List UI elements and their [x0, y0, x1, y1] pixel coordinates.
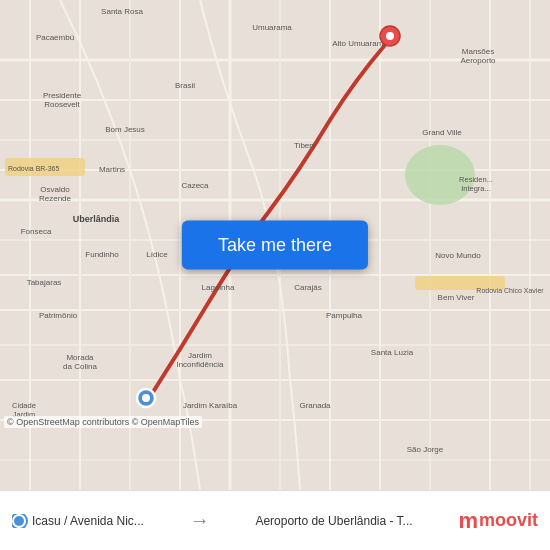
svg-text:Tabajaras: Tabajaras: [27, 278, 62, 287]
svg-text:Cidade: Cidade: [12, 401, 36, 410]
origin-text: Icasu / Avenida Nic...: [32, 514, 144, 528]
svg-text:Mansões: Mansões: [462, 47, 494, 56]
take-me-there-button[interactable]: Take me there: [182, 221, 368, 270]
svg-text:Tibery: Tibery: [294, 141, 316, 150]
svg-text:Cazeca: Cazeca: [181, 181, 209, 190]
svg-text:Pampulha: Pampulha: [326, 311, 363, 320]
svg-text:Integra...: Integra...: [461, 184, 491, 193]
destination-text: Aeroporto de Uberlândia - T...: [255, 514, 412, 528]
bottom-bar: Icasu / Avenida Nic... → Aeroporto de Ub…: [0, 490, 550, 550]
moovit-logo: m moovit: [458, 508, 538, 534]
logo-text: moovit: [479, 510, 538, 531]
destination-label: Aeroporto de Uberlândia - T...: [255, 514, 412, 528]
svg-text:Uberlândia: Uberlândia: [73, 214, 121, 224]
svg-text:Lagoinha: Lagoinha: [202, 283, 235, 292]
svg-text:Carajás: Carajás: [294, 283, 322, 292]
svg-text:Lídice: Lídice: [146, 250, 168, 259]
origin-dot-icon: [12, 514, 26, 528]
svg-text:Jardim: Jardim: [188, 351, 212, 360]
svg-text:Grand Ville: Grand Ville: [422, 128, 462, 137]
svg-point-71: [142, 394, 150, 402]
svg-text:Roosevelt: Roosevelt: [44, 100, 80, 109]
svg-point-69: [386, 32, 394, 40]
svg-text:Fonseca: Fonseca: [21, 227, 52, 236]
svg-text:Osvaldo: Osvaldo: [40, 185, 70, 194]
svg-text:Brasil: Brasil: [175, 81, 195, 90]
svg-text:Rodovia Chico Xavier: Rodovia Chico Xavier: [476, 287, 544, 294]
svg-text:Santa Luzia: Santa Luzia: [371, 348, 414, 357]
map-attribution: © OpenStreetMap contributors © OpenMapTi…: [4, 416, 202, 428]
svg-text:Granada: Granada: [299, 401, 331, 410]
svg-text:Aeroporto: Aeroporto: [460, 56, 496, 65]
svg-text:Santa Rosa: Santa Rosa: [101, 7, 143, 16]
svg-text:Rezende: Rezende: [39, 194, 72, 203]
svg-text:Inconfidência: Inconfidência: [176, 360, 224, 369]
svg-text:Pacaembú: Pacaembú: [36, 33, 74, 42]
svg-text:da Colina: da Colina: [63, 362, 97, 371]
svg-text:Morada: Morada: [66, 353, 94, 362]
svg-text:Rodovia BR-365: Rodovia BR-365: [8, 165, 59, 172]
svg-text:Presidente: Presidente: [43, 91, 82, 100]
svg-text:Novo Mundo: Novo Mundo: [435, 251, 481, 260]
svg-text:Bom Jesus: Bom Jesus: [105, 125, 145, 134]
svg-text:Patrimônio: Patrimônio: [39, 311, 78, 320]
origin-label: Icasu / Avenida Nic...: [12, 514, 144, 528]
svg-text:Jardim Karaíba: Jardim Karaíba: [183, 401, 238, 410]
map-container: Rodovia BR-365 Rodovia Chico Xavier Sant…: [0, 0, 550, 490]
svg-text:Martins: Martins: [99, 165, 125, 174]
svg-text:Residen...: Residen...: [459, 175, 493, 184]
svg-text:Alto Umuarama: Alto Umuarama: [332, 39, 388, 48]
svg-text:Bem Viver: Bem Viver: [438, 293, 475, 302]
svg-text:Fundinho: Fundinho: [85, 250, 119, 259]
route-arrow-icon: →: [190, 509, 210, 532]
svg-text:Umuarama: Umuarama: [252, 23, 292, 32]
svg-text:São Jorge: São Jorge: [407, 445, 444, 454]
